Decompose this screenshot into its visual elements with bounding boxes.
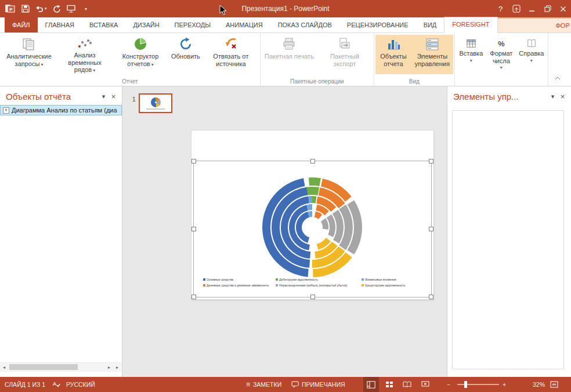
selection-handle[interactable] [429, 227, 433, 231]
reading-view-button[interactable] [399, 377, 415, 392]
scroll-left-icon[interactable]: ◂ [0, 365, 8, 370]
close-button[interactable] [555, 0, 571, 17]
svg-text:P: P [9, 7, 13, 12]
zoom-slider-track[interactable] [457, 384, 499, 385]
minimize-button[interactable] [524, 0, 540, 17]
collapse-ribbon-button[interactable] [552, 74, 563, 82]
zoom-out-button[interactable]: − [447, 377, 450, 392]
selection-handle[interactable] [191, 159, 196, 164]
help-button[interactable]: ? [493, 0, 508, 17]
notes-button[interactable]: ≡ ЗАМЕТКИ [246, 377, 281, 392]
tab-format-contextual[interactable]: ФОР [498, 17, 571, 32]
legend-item: Кредиторская задолженность [362, 284, 428, 287]
panel-dropdown-icon[interactable]: ▾ [548, 93, 558, 100]
selection-handle[interactable] [310, 295, 315, 299]
selection-handle[interactable] [191, 227, 196, 231]
tab-file[interactable]: ФАЙЛ [5, 17, 38, 32]
customize-qat-button[interactable]: ▾ [81, 2, 91, 15]
chart-selection-frame[interactable]: Основные средстваДебиторская задолженнос… [193, 161, 432, 297]
selection-handle[interactable] [429, 159, 433, 164]
slide-thumbnail[interactable] [139, 93, 172, 113]
panel-dropdown-icon[interactable]: ▾ [99, 93, 109, 100]
language-indicator[interactable]: РУССКИЙ [66, 377, 95, 392]
tab-view[interactable]: ВИД [416, 17, 444, 32]
help-ribbon-button[interactable]: Справка ▾ [516, 35, 547, 63]
batch-print-icon [281, 36, 297, 52]
tab-slideshow[interactable]: ПОКАЗ СЛАЙДОВ [270, 17, 339, 32]
group-label-batch-operations: Пакетные операции [261, 78, 374, 85]
powerpoint-logo-icon[interactable]: P [4, 2, 16, 15]
slide-sorter-view-button[interactable] [381, 377, 397, 392]
zoom-in-button[interactable]: + [503, 377, 506, 392]
tree-expander-icon[interactable]: + [3, 107, 9, 114]
scroll-right-edge-icon[interactable]: ▸ [113, 365, 121, 370]
report-designer-button[interactable]: Конструктор отчетов▾ [113, 35, 168, 74]
selection-handle[interactable] [429, 295, 433, 299]
slideshow-view-button[interactable] [417, 377, 433, 392]
tab-design[interactable]: ДИЗАЙН [125, 17, 167, 32]
spellcheck-button[interactable] [52, 377, 60, 392]
dropdown-arrow-icon: ▾ [93, 68, 95, 73]
batch-export-icon [337, 36, 352, 52]
tab-home[interactable]: ГЛАВНАЯ [38, 17, 82, 32]
restore-button[interactable] [540, 0, 555, 17]
controls-panel: Элементы упр... ▾ × [447, 86, 571, 377]
controls-toggle-button[interactable]: Элементы управления [411, 35, 453, 74]
fit-to-window-button[interactable] [550, 377, 558, 392]
unlink-from-source-button[interactable]: Отвязать от источника [203, 35, 259, 74]
restore-icon [544, 5, 551, 12]
report-objects-toggle-button[interactable]: Объекты отчета [375, 35, 411, 74]
dropdown-arrow-icon: ▾ [41, 62, 43, 67]
tab-insert[interactable]: ВСТАВКА [82, 17, 125, 32]
zoom-level[interactable]: 32% [518, 377, 545, 392]
normal-view-button[interactable] [363, 377, 379, 392]
time-series-analysis-button[interactable]: Анализ временных рядов▾ [57, 35, 113, 74]
slide-canvas[interactable]: Основные средстваДебиторская задолженнос… [191, 130, 433, 299]
refresh-button[interactable]: Обновить [168, 35, 203, 74]
scrollbar-track[interactable] [8, 363, 105, 372]
tab-foresight[interactable]: FORESIGHT [444, 17, 497, 33]
title-bar: P ▾ [0, 0, 571, 17]
slideshow-screen-icon [67, 5, 75, 13]
ribbon-group-batch-operations: Пакетная печать Пакетный экспорт Пакетны… [261, 33, 374, 86]
scrollbar-thumb[interactable] [9, 364, 78, 370]
redo-button[interactable] [52, 2, 62, 15]
reading-view-icon [403, 381, 411, 388]
tab-review[interactable]: РЕЦЕНЗИРОВАНИЕ [339, 17, 416, 32]
comments-button[interactable]: ПРИМЕЧАНИЯ [291, 377, 345, 392]
group-label-view: Вид [374, 78, 454, 85]
tree-item-chart[interactable]: + Диаграмма Анализ по статьям (диа [0, 105, 122, 115]
time-series-icon [77, 36, 92, 51]
horizontal-scrollbar[interactable]: ◂ ▸ ▸ [0, 362, 121, 372]
number-format-button[interactable]: % Формат числа ▾ [486, 35, 516, 70]
legend-item: Финансовые вложения [362, 278, 428, 281]
view-switcher [363, 377, 433, 392]
zoom-slider-thumb[interactable] [464, 381, 467, 388]
redo-icon [53, 5, 61, 13]
powerpoint-window: P ▾ [0, 0, 571, 392]
tab-animations[interactable]: АНИМАЦИЯ [218, 17, 270, 32]
slide-indicator[interactable]: СЛАЙД 1 ИЗ 1 [5, 377, 45, 392]
report-designer-pie-icon [133, 36, 148, 52]
analytic-queries-button[interactable]: Аналитические запросы▾ [1, 35, 57, 74]
selection-handle[interactable] [191, 295, 196, 299]
report-objects-panel-header: Объекты отчёта ▾ × [0, 86, 122, 104]
spellcheck-icon [52, 381, 60, 388]
panel-close-icon[interactable]: × [109, 92, 118, 101]
undo-button[interactable]: ▾ [35, 2, 47, 15]
quick-access-toolbar: P ▾ [0, 2, 91, 15]
selection-handle[interactable] [310, 159, 315, 164]
undo-dropdown-icon[interactable]: ▾ [45, 6, 47, 11]
ribbon-display-options-button[interactable] [508, 0, 524, 17]
tab-transitions[interactable]: ПЕРЕХОДЫ [167, 17, 218, 32]
ribbon-group-tools: Вставка ▾ % Формат числа ▾ Справка ▾ [455, 33, 548, 86]
insert-button[interactable]: Вставка ▾ [456, 35, 486, 63]
panel-close-icon[interactable]: × [558, 92, 568, 101]
save-button[interactable] [21, 2, 30, 15]
report-objects-icon [386, 36, 401, 52]
percent-icon: % [498, 38, 505, 49]
scroll-right-icon[interactable]: ▸ [105, 365, 113, 370]
start-slideshow-button[interactable] [67, 2, 76, 15]
ribbon-tab-row: ФАЙЛ ГЛАВНАЯ ВСТАВКА ДИЗАЙН ПЕРЕХОДЫ АНИ… [0, 17, 571, 33]
status-bar: СЛАЙД 1 ИЗ 1 РУССКИЙ ≡ ЗАМЕТКИ ПРИМЕЧАНИ… [0, 377, 571, 392]
